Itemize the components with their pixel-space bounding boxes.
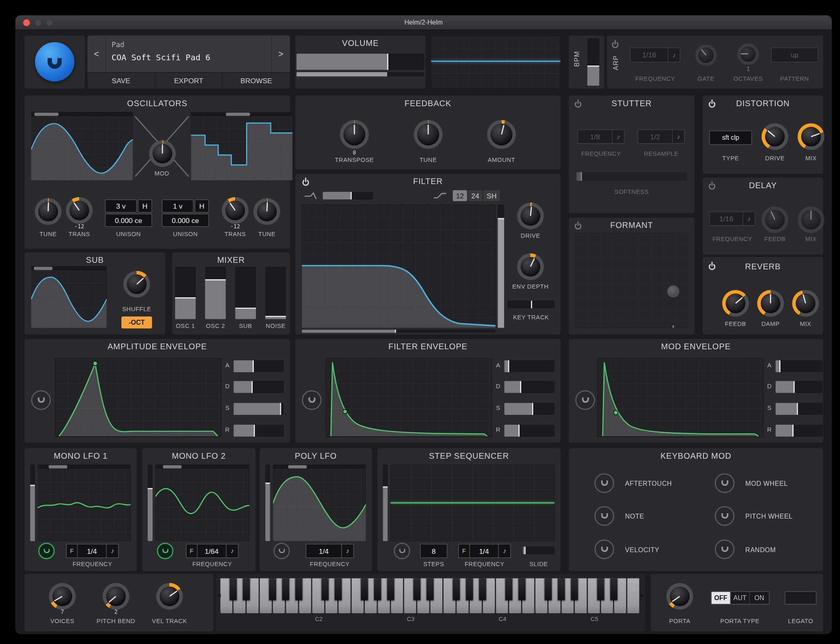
patch-name[interactable]: COA Soft Scifi Pad 6 [112, 52, 210, 62]
osc2-unison-detune-box[interactable]: 0.000 ce [162, 214, 209, 227]
black-key[interactable] [361, 578, 368, 600]
filter-env-depth-knob[interactable] [517, 253, 544, 280]
lfo2-sync-toggle[interactable]: F [187, 544, 198, 558]
distortion-drive-knob[interactable] [761, 123, 789, 150]
osc2-transpose-knob[interactable] [221, 197, 249, 224]
amp-release-slider[interactable] [233, 425, 284, 437]
tempo-sync-icon[interactable]: ♪ [668, 48, 680, 61]
aftertouch-mod-source-icon[interactable] [594, 473, 614, 493]
porta-type-auto[interactable]: AUT [730, 592, 750, 604]
arp-octaves-knob[interactable] [737, 43, 759, 65]
poly-lfo-frequency-box[interactable]: 1/4 ♪ [306, 544, 354, 558]
black-key[interactable] [230, 578, 237, 600]
black-key[interactable] [466, 578, 473, 600]
poly-lfo-amount-slider[interactable] [265, 464, 270, 541]
feedback-amount-knob[interactable] [487, 120, 516, 149]
next-patch-button[interactable]: > [271, 36, 290, 72]
black-key[interactable] [518, 578, 525, 600]
legato-toggle[interactable] [785, 592, 816, 605]
filter-resonance-slider[interactable] [498, 205, 504, 328]
tempo-sync-icon[interactable]: ♪ [106, 544, 118, 558]
mixer-osc2-slider[interactable] [205, 267, 226, 319]
filter-key-track-slider[interactable] [507, 300, 555, 308]
sub-waveform-display[interactable] [31, 266, 107, 328]
export-button[interactable]: EXPORT [155, 73, 222, 89]
step-sequencer-display[interactable] [390, 464, 555, 541]
poly-lfo-mod-source-icon[interactable] [274, 543, 290, 559]
osc1-unison-detune-box[interactable]: 0.000 ce [105, 214, 152, 227]
lfo2-amount-slider[interactable] [148, 464, 153, 541]
note-mod-source-icon[interactable] [594, 506, 614, 526]
osc2-harmonize-toggle[interactable]: H [195, 200, 209, 213]
amp-env-mod-source-icon[interactable] [31, 390, 51, 410]
black-key[interactable] [597, 578, 604, 600]
amp-attack-slider[interactable] [233, 360, 284, 372]
lfo1-amount-slider[interactable] [30, 464, 35, 541]
distortion-type-box[interactable]: sft clp [709, 131, 752, 145]
black-key[interactable] [479, 578, 486, 600]
feedback-tune-knob[interactable] [413, 120, 443, 149]
osc2-waveform-display[interactable] [191, 112, 292, 180]
lfo1-waveform-display[interactable] [38, 464, 131, 541]
close-button[interactable] [23, 19, 30, 26]
step-amount-slider[interactable] [383, 464, 388, 541]
filter-release-slider[interactable] [504, 425, 555, 437]
formant-xy-pad[interactable] [575, 233, 688, 328]
osc2-unison-voices-box[interactable]: 1 v [162, 200, 194, 213]
black-key[interactable] [505, 578, 512, 600]
mod-env-mod-source-icon[interactable] [575, 390, 595, 410]
filter-shelf-button[interactable]: SH [484, 190, 500, 201]
bpm-slider[interactable] [587, 38, 599, 86]
tempo-sync-icon[interactable]: ♪ [672, 130, 684, 143]
save-button[interactable]: SAVE [87, 73, 155, 89]
mixer-noise-slider[interactable] [265, 267, 286, 319]
amp-decay-slider[interactable] [233, 381, 284, 393]
mod-env-display[interactable] [597, 358, 764, 437]
random-mod-source-icon[interactable] [715, 539, 735, 559]
filter-env-mod-source-icon[interactable] [302, 390, 322, 410]
filter-blend-slider[interactable] [323, 192, 373, 200]
amp-env-display[interactable] [55, 358, 221, 437]
keyboard-scroll-right-icon[interactable]: ▶ [640, 592, 644, 598]
delay-mix-knob[interactable] [797, 206, 825, 234]
keyboard-scroll-left-icon[interactable]: ◀ [217, 592, 221, 598]
filter-sustain-slider[interactable] [504, 403, 555, 415]
porta-knob[interactable] [666, 583, 694, 610]
prev-patch-button[interactable]: < [87, 36, 106, 72]
lfo2-waveform-display[interactable] [155, 464, 249, 541]
osc2-tune-knob[interactable] [253, 198, 281, 225]
feedback-transpose-knob[interactable] [340, 120, 369, 149]
mod-wheel-mod-source-icon[interactable] [715, 473, 735, 493]
steps-box[interactable]: 8 [420, 544, 447, 558]
titlebar[interactable]: Helm/2-Helm [15, 15, 832, 30]
sub-octave-button[interactable]: -OCT [121, 316, 152, 328]
volume-slider[interactable] [297, 54, 425, 70]
filter-12db-button[interactable]: 12 [453, 190, 467, 201]
velocity-mod-source-icon[interactable] [594, 539, 614, 559]
mod-sustain-slider[interactable] [776, 403, 823, 415]
step-seq-mod-source-icon[interactable] [394, 543, 410, 559]
filter-decay-slider[interactable] [504, 381, 555, 393]
tempo-sync-icon[interactable]: ♪ [341, 544, 353, 558]
reverb-damp-knob[interactable] [757, 290, 784, 317]
browse-button[interactable]: BROWSE [223, 73, 290, 89]
porta-type-on[interactable]: ON [750, 592, 769, 604]
cross-mod-knob[interactable] [149, 140, 176, 167]
mixer-sub-slider[interactable] [235, 267, 256, 319]
lfo1-frequency-box[interactable]: F 1/4 ♪ [66, 544, 119, 558]
reverb-feedback-knob[interactable] [722, 290, 749, 317]
arp-frequency-box[interactable]: 1/16 ♪ [630, 48, 680, 62]
distortion-mix-knob[interactable] [797, 123, 825, 150]
filter-attack-slider[interactable] [504, 360, 555, 372]
patch-display[interactable]: < > Pad COA Soft Scifi Pad 6 [87, 36, 290, 72]
black-key[interactable] [387, 578, 394, 600]
step-frequency-box[interactable]: F 1/4 ♪ [458, 544, 511, 558]
delay-feedback-knob[interactable] [761, 206, 789, 234]
black-key[interactable] [243, 578, 250, 600]
tempo-sync-icon[interactable]: ♪ [226, 544, 238, 558]
black-key[interactable] [610, 578, 617, 600]
arp-power-icon[interactable] [612, 40, 620, 48]
poly-lfo-waveform-display[interactable] [273, 464, 366, 541]
mixer-osc1-slider[interactable] [175, 267, 196, 319]
osc1-transpose-knob[interactable] [66, 197, 93, 224]
